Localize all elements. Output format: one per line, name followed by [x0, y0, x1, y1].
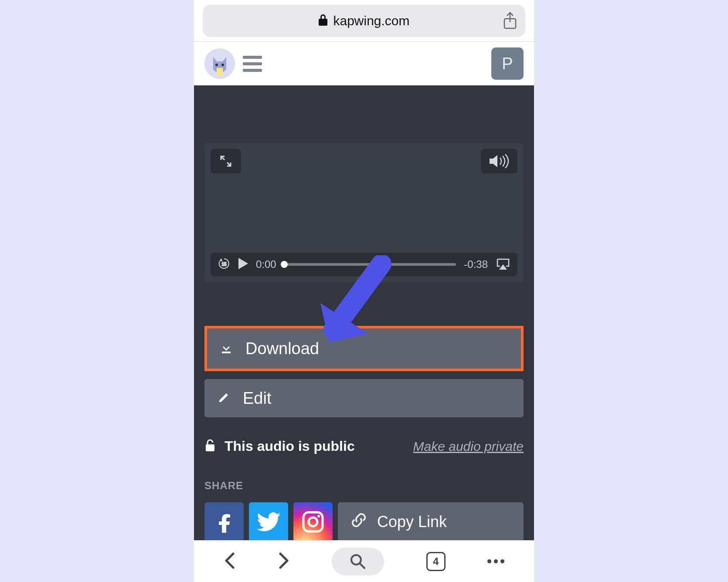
svg-text:15: 15 [221, 262, 227, 267]
remaining-time: -0:38 [464, 258, 488, 271]
play-button[interactable] [238, 258, 248, 271]
back-button[interactable] [224, 552, 236, 571]
fullscreen-button[interactable] [211, 149, 241, 173]
content-area: 15 0:00 -0:38 [194, 85, 534, 540]
download-button[interactable]: Download [207, 328, 521, 369]
make-private-link[interactable]: Make audio private [413, 439, 524, 454]
media-player: 15 0:00 -0:38 [204, 143, 524, 282]
share-twitter-button[interactable] [249, 502, 288, 540]
share-heading: SHARE [204, 480, 524, 492]
user-badge[interactable]: P [491, 47, 524, 80]
progress-knob[interactable] [281, 261, 288, 268]
progress-bar[interactable] [284, 263, 456, 266]
phone-frame: kapwing.com P [194, 0, 534, 582]
tabs-button[interactable]: 4 [426, 552, 446, 571]
svg-rect-2 [217, 68, 223, 76]
copy-link-label: Copy Link [377, 513, 447, 531]
search-button[interactable] [332, 548, 384, 575]
safari-address-bar-container: kapwing.com [194, 0, 534, 42]
airplay-icon[interactable] [496, 257, 510, 271]
current-time: 0:00 [256, 258, 276, 271]
share-button[interactable] [500, 11, 520, 31]
unlock-icon [204, 439, 216, 454]
lock-icon [318, 14, 328, 27]
privacy-status: This audio is public [225, 438, 355, 454]
svg-rect-6 [222, 352, 231, 353]
address-bar[interactable]: kapwing.com [203, 5, 525, 37]
svg-point-9 [309, 518, 317, 526]
svg-rect-8 [303, 512, 323, 531]
pencil-icon [218, 389, 230, 408]
avatar[interactable] [204, 48, 235, 79]
safari-bottom-toolbar: 4 [194, 540, 534, 582]
menu-icon[interactable] [243, 56, 262, 72]
svg-point-10 [317, 515, 320, 518]
edit-label: Edit [243, 389, 271, 408]
share-instagram-button[interactable] [293, 502, 333, 540]
tab-count-value: 4 [433, 555, 439, 568]
user-initial: P [502, 54, 513, 73]
edit-button[interactable]: Edit [204, 379, 524, 417]
svg-point-4 [221, 64, 224, 66]
download-icon [220, 339, 232, 358]
forward-button[interactable] [278, 552, 290, 571]
download-label: Download [245, 339, 319, 358]
privacy-row: This audio is public Make audio private [204, 438, 524, 454]
volume-button[interactable] [481, 149, 517, 173]
share-facebook-button[interactable] [204, 502, 244, 540]
more-button[interactable] [487, 559, 504, 563]
share-row: Copy Link [204, 502, 524, 540]
link-icon [351, 512, 367, 532]
copy-link-button[interactable]: Copy Link [338, 502, 524, 540]
player-controls: 15 0:00 -0:38 [211, 253, 517, 276]
svg-rect-7 [206, 444, 214, 451]
download-highlight: Download [204, 326, 524, 371]
rewind-15-button[interactable]: 15 [218, 257, 231, 272]
svg-point-3 [215, 64, 218, 66]
app-header: P [194, 42, 534, 85]
url-text: kapwing.com [333, 14, 409, 28]
